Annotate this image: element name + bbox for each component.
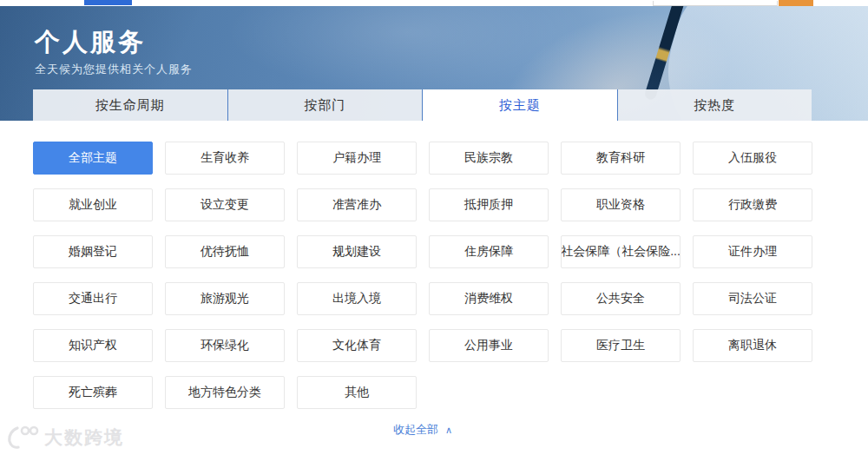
topic-intellectual-property[interactable]: 知识产权 bbox=[33, 329, 153, 362]
topic-establishment-change[interactable]: 设立变更 bbox=[165, 188, 285, 221]
topic-birth-adoption[interactable]: 生育收养 bbox=[165, 142, 285, 175]
topic-planning-construction[interactable]: 规划建设 bbox=[297, 235, 417, 268]
topic-education-research[interactable]: 教育科研 bbox=[561, 142, 681, 175]
topic-grid: 全部主题生育收养户籍办理民族宗教教育科研入伍服役就业创业设立变更准营准办抵押质押… bbox=[33, 142, 812, 409]
topic-mortgage-pledge[interactable]: 抵押质押 bbox=[429, 188, 549, 221]
watermark-swirl-icon bbox=[5, 425, 40, 451]
watermark-logo: 大数跨境 bbox=[5, 425, 124, 451]
collapse-all-link[interactable]: 收起全部∧ bbox=[33, 422, 812, 438]
tab-by-lifecycle[interactable]: 按生命周期 bbox=[33, 89, 227, 121]
topic-marriage-registration[interactable]: 婚姻登记 bbox=[33, 235, 153, 268]
watermark-text: 大数跨境 bbox=[44, 425, 124, 450]
topic-preferential-support[interactable]: 优待抚恤 bbox=[165, 235, 285, 268]
topic-resignation-retirement[interactable]: 离职退休 bbox=[693, 329, 812, 362]
topic-social-security[interactable]: 社会保障（社会保险... bbox=[561, 235, 681, 268]
content-panel: 全部主题生育收养户籍办理民族宗教教育科研入伍服役就业创业设立变更准营准办抵押质押… bbox=[0, 121, 868, 455]
search-button[interactable] bbox=[779, 0, 813, 6]
topic-judicial-notary[interactable]: 司法公证 bbox=[693, 282, 812, 315]
topic-public-utilities[interactable]: 公用事业 bbox=[429, 329, 549, 362]
nav-active-underline bbox=[84, 0, 132, 5]
topic-medical-health[interactable]: 医疗卫生 bbox=[561, 329, 681, 362]
topic-professional-qualification[interactable]: 职业资格 bbox=[561, 188, 681, 221]
topic-other[interactable]: 其他 bbox=[297, 376, 417, 409]
topic-death-funeral[interactable]: 死亡殡葬 bbox=[33, 376, 153, 409]
tab-bar: 按生命周期按部门按主题按热度 bbox=[33, 89, 812, 121]
topic-local-special-category[interactable]: 地方特色分类 bbox=[165, 376, 285, 409]
page-subtitle: 全天候为您提供相关个人服务 bbox=[35, 62, 193, 77]
topic-all-topics[interactable]: 全部主题 bbox=[33, 142, 153, 175]
topic-environmental-protection[interactable]: 环保绿化 bbox=[165, 329, 285, 362]
topic-employment-startup[interactable]: 就业创业 bbox=[33, 188, 153, 221]
topic-culture-sports[interactable]: 文化体育 bbox=[297, 329, 417, 362]
tab-by-department[interactable]: 按部门 bbox=[227, 89, 423, 121]
topic-ethnic-religion[interactable]: 民族宗教 bbox=[429, 142, 549, 175]
topic-administrative-fees[interactable]: 行政缴费 bbox=[693, 188, 812, 221]
top-navigation-strip bbox=[0, 0, 868, 6]
page-title: 个人服务 bbox=[35, 25, 146, 60]
tab-by-theme[interactable]: 按主题 bbox=[422, 89, 617, 121]
topic-consumer-rights[interactable]: 消费维权 bbox=[429, 282, 549, 315]
topic-business-licensing[interactable]: 准营准办 bbox=[297, 188, 417, 221]
topic-public-safety[interactable]: 公共安全 bbox=[561, 282, 681, 315]
topic-household-registration[interactable]: 户籍办理 bbox=[297, 142, 417, 175]
topic-military-service[interactable]: 入伍服役 bbox=[693, 142, 812, 175]
topic-transportation[interactable]: 交通出行 bbox=[33, 282, 153, 315]
tab-by-popularity[interactable]: 按热度 bbox=[617, 89, 812, 121]
topic-certificate-services[interactable]: 证件办理 bbox=[693, 235, 812, 268]
topic-housing-security[interactable]: 住房保障 bbox=[429, 235, 549, 268]
page: 个人服务 全天候为您提供相关个人服务 按生命周期按部门按主题按热度 全部主题生育… bbox=[0, 0, 868, 455]
collapse-all-label: 收起全部 bbox=[393, 423, 438, 436]
topic-tourism[interactable]: 旅游观光 bbox=[165, 282, 285, 315]
chevron-up-icon: ∧ bbox=[445, 425, 452, 435]
topic-entry-exit[interactable]: 出境入境 bbox=[297, 282, 417, 315]
